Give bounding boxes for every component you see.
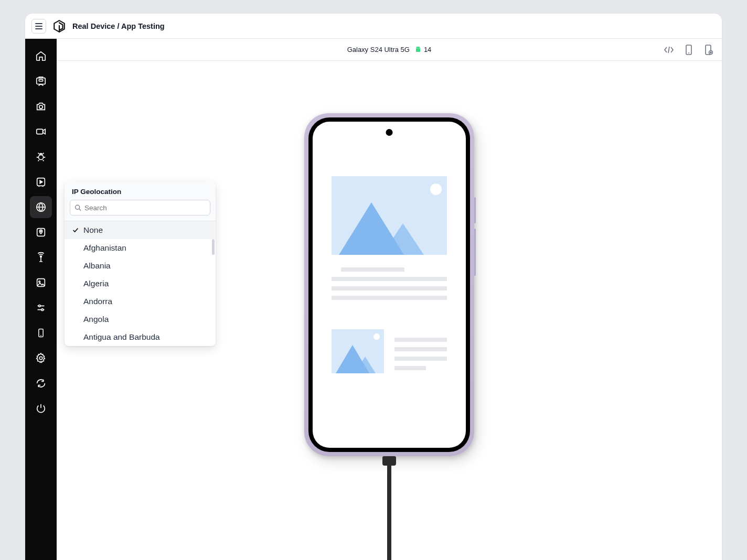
install-app-button[interactable] [703,44,714,56]
svg-point-12 [38,305,40,307]
geo-option[interactable]: Angola [65,310,216,328]
geo-option[interactable]: Albania [65,257,216,275]
menu-icon [35,23,42,29]
svg-point-2 [39,105,42,109]
phone-screen[interactable] [313,122,466,448]
cable-wire-icon [387,456,391,560]
placeholder-hero [332,176,447,255]
top-header: Real Device / App Testing [25,14,722,39]
geolocation-popover: IP Geolocation None Afghanistan [65,181,216,346]
code-icon [664,46,674,54]
placeholder-card [332,329,384,373]
logo-icon [52,19,66,33]
sidebar-item-bug[interactable] [30,146,52,168]
geo-option[interactable]: Andorra [65,293,216,310]
play-square-icon [35,176,47,188]
app-frame: Real Device / App Testing [25,14,722,560]
sidebar-item-settings[interactable] [30,347,52,369]
bug-icon [35,151,47,163]
svg-point-4 [38,155,43,159]
svg-rect-1 [39,79,42,81]
sidebar-item-device[interactable] [30,322,52,344]
geo-option-label: Antigua and Barbuda [83,332,160,342]
placeholder-lines-small [394,338,447,375]
svg-rect-3 [37,129,43,134]
refresh-icon [35,378,47,389]
sidebar-item-location[interactable] [30,221,52,243]
search-input[interactable] [84,204,206,212]
sliders-icon [35,302,47,314]
app-icon [35,76,47,87]
sidebar-item-image[interactable] [30,272,52,294]
geo-option-label: Albania [83,261,111,271]
device-bar: Galaxy S24 Ultra 5G 14 [57,39,722,61]
network-icon [35,252,47,263]
device-os: 14 [415,46,431,53]
phone-install-icon [705,45,713,55]
globe-icon [35,201,47,213]
geo-option-label: Angola [83,315,109,324]
search-icon [74,204,81,211]
power-icon [35,403,47,414]
popover-title: IP Geolocation [65,181,216,200]
phone-side-button [474,229,476,276]
scrollbar[interactable] [212,239,215,255]
popover-list[interactable]: None Afghanistan Albania Algeria Andorra… [65,221,216,346]
stage: IP Geolocation None Afghanistan [57,61,722,560]
geo-option-none[interactable]: None [65,221,216,239]
svg-point-11 [39,281,40,283]
os-version: 14 [424,46,431,53]
sidebar-item-screenshot[interactable] [30,95,52,117]
geo-option[interactable]: Afghanistan [65,239,216,257]
search-field[interactable] [70,200,210,216]
svg-point-15 [39,357,42,360]
gear-icon [35,352,47,364]
menu-button[interactable] [31,19,46,34]
geo-option[interactable]: Algeria [65,275,216,293]
page-title: Real Device / App Testing [72,22,165,30]
device-icon [36,327,46,339]
map-pin-icon [35,227,47,238]
sidebar-item-play[interactable] [30,171,52,193]
geo-option-label: None [83,225,103,235]
phone-side-button [474,197,476,223]
camera-icon [35,101,47,112]
rotate-button[interactable] [683,44,695,56]
sidebar-item-network[interactable] [30,246,52,268]
sidebar-item-power[interactable] [30,397,52,419]
sidebar [25,39,57,560]
sidebar-item-app[interactable] [30,70,52,92]
svg-point-9 [40,256,42,257]
sidebar-item-sliders[interactable] [30,297,52,319]
home-icon [35,50,47,62]
sidebar-item-record[interactable] [30,121,52,143]
geo-option[interactable]: Antigua and Barbuda [65,328,216,346]
sidebar-item-geolocation[interactable] [30,196,52,218]
camera-dot-icon [386,129,393,136]
phone-icon [685,45,692,55]
phone-preview [304,113,474,456]
android-icon [415,46,421,53]
main-row: Galaxy S24 Ultra 5G 14 [25,39,722,560]
placeholder-lines [332,267,447,305]
content-area: Galaxy S24 Ultra 5G 14 [57,39,722,560]
svg-point-16 [417,48,417,48]
geo-option-label: Andorra [83,297,112,306]
svg-point-13 [41,309,44,311]
sidebar-item-refresh[interactable] [30,372,52,394]
check-icon [72,227,80,234]
image-icon [35,277,47,288]
video-icon [35,126,47,137]
geo-option-label: Algeria [83,279,109,288]
geo-option-label: Afghanistan [83,243,126,253]
devtools-button[interactable] [663,44,675,56]
svg-point-17 [419,48,419,48]
phone-frame [304,113,474,456]
svg-point-8 [40,231,41,232]
device-name: Galaxy S24 Ultra 5G [347,46,410,53]
svg-point-21 [76,205,80,209]
sidebar-item-home[interactable] [30,45,52,67]
